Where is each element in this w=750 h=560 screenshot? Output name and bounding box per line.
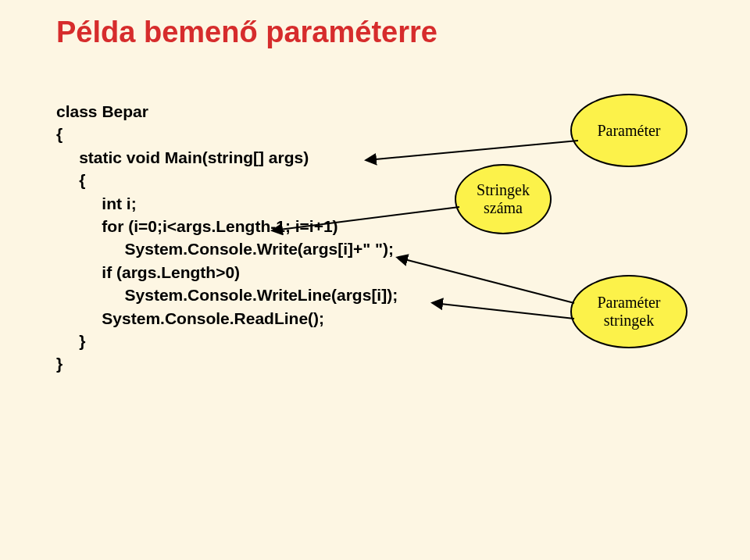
code-line: {	[56, 125, 62, 143]
code-line: {	[56, 171, 85, 189]
code-line: }	[56, 332, 85, 350]
code-line: System.Console.Write(args[i]+" ");	[56, 240, 394, 258]
page-title: Példa bemenő paraméterre	[56, 16, 438, 49]
code-line: int i;	[56, 194, 137, 212]
annotation-bubble-parameter: Paraméter	[570, 94, 688, 167]
code-line: if (args.Length>0)	[56, 263, 240, 281]
bubble-label: Paraméter stringek	[597, 294, 660, 330]
arrow-parameter-strings-1	[398, 258, 574, 303]
code-line: class Bepar	[56, 102, 148, 120]
bubble-label: Paraméter	[597, 122, 660, 140]
code-line: System.Console.WriteLine(args[i]);	[56, 286, 398, 304]
arrow-parameter	[367, 141, 578, 160]
bubble-label: Stringek száma	[477, 181, 530, 217]
code-line: System.Console.ReadLine();	[56, 309, 324, 327]
code-line: }	[56, 355, 62, 373]
code-block: class Bepar { static void Main(string[] …	[56, 100, 398, 376]
annotation-bubble-parameter-strings: Paraméter stringek	[570, 275, 688, 348]
arrow-parameter-strings-2	[434, 303, 574, 319]
code-line: for (i=0;i<args.Length-1; i=i+1)	[56, 217, 338, 235]
annotation-bubble-string-count: Stringek száma	[455, 164, 552, 234]
code-line: static void Main(string[] args)	[56, 148, 309, 166]
